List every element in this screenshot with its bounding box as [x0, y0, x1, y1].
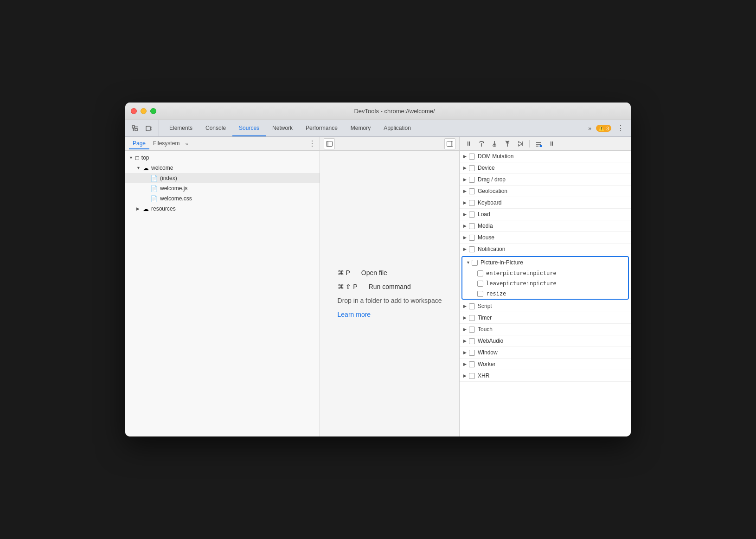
- shortcut-label-run: Run command: [369, 283, 411, 290]
- bp-category-header[interactable]: ▼ Picture-in-Picture: [462, 257, 628, 268]
- bp-checkbox[interactable]: [469, 223, 475, 229]
- bp-category-header[interactable]: ▶ Media: [460, 220, 631, 231]
- tab-console[interactable]: Console: [199, 120, 232, 136]
- bp-sub-resize[interactable]: resize: [462, 289, 628, 299]
- tab-network[interactable]: Network: [266, 120, 299, 136]
- close-button[interactable]: [131, 108, 137, 114]
- more-panel-tabs[interactable]: »: [185, 141, 188, 147]
- device-toolbar-icon[interactable]: [143, 122, 155, 135]
- bp-category-label: Geolocation: [478, 188, 507, 194]
- bp-checkbox[interactable]: [469, 350, 475, 356]
- svg-rect-4: [146, 126, 150, 131]
- bp-category-header[interactable]: ▶ Touch: [460, 324, 631, 335]
- bp-sub-enterpip[interactable]: enterpictureinpicture: [462, 268, 628, 278]
- collapse-arrow-icon: ▶: [463, 247, 469, 251]
- tab-sources[interactable]: Sources: [232, 120, 266, 136]
- bp-category-header[interactable]: ▶ Timer: [460, 312, 631, 323]
- tab-memory[interactable]: Memory: [344, 120, 377, 136]
- collapse-arrow-icon: ▶: [463, 177, 469, 182]
- step-out-button[interactable]: [502, 139, 513, 149]
- bp-checkbox[interactable]: [469, 212, 475, 218]
- bp-checkbox[interactable]: [469, 154, 475, 160]
- panel-options-button[interactable]: ⋮: [308, 139, 316, 148]
- tree-item-resources[interactable]: ▶ ☁ resources: [125, 204, 320, 214]
- breakpoints-list: ▶ DOM Mutation ▶ Device ▶: [460, 151, 631, 436]
- bp-category-header[interactable]: ▶ Script: [460, 301, 631, 312]
- bp-category-touch: ▶ Touch: [460, 324, 631, 335]
- bp-checkbox[interactable]: [469, 338, 475, 344]
- bp-checkbox[interactable]: [469, 303, 475, 309]
- pause-on-exception-button[interactable]: ⏸: [546, 139, 557, 149]
- bp-category-header[interactable]: ▶ Mouse: [460, 232, 631, 243]
- sidebar-toggle-left[interactable]: [324, 138, 335, 149]
- bp-checkbox[interactable]: [469, 188, 475, 194]
- collapse-arrow-icon: ▼: [466, 260, 472, 265]
- maximize-button[interactable]: [150, 108, 156, 114]
- bp-checkbox[interactable]: [469, 177, 475, 183]
- bp-category-label: Load: [478, 211, 490, 218]
- svg-rect-0: [132, 126, 135, 128]
- tab-application[interactable]: Application: [377, 120, 417, 136]
- tree-item-welcome-js[interactable]: ▶ 📄 welcome.js: [125, 183, 320, 193]
- warning-badge[interactable]: ⚠️ 3: [596, 125, 611, 132]
- tab-filesystem[interactable]: Filesystem: [149, 138, 183, 149]
- bp-category-header[interactable]: ▶ Worker: [460, 359, 631, 370]
- tab-performance[interactable]: Performance: [299, 120, 344, 136]
- kebab-menu-button[interactable]: ⋮: [614, 123, 627, 134]
- step-over-button[interactable]: [476, 139, 487, 149]
- bp-checkbox[interactable]: [469, 235, 475, 241]
- bp-checkbox[interactable]: [469, 315, 475, 321]
- bp-checkbox[interactable]: [469, 327, 475, 333]
- bp-category-header[interactable]: ▶ Drag / drop: [460, 174, 631, 185]
- toolbar-icons: [129, 120, 159, 136]
- bp-category-label: DOM Mutation: [478, 153, 513, 160]
- bp-category-keyboard: ▶ Keyboard: [460, 197, 631, 209]
- bp-sub-leavepip[interactable]: leavepictureinpicture: [462, 278, 628, 289]
- arrow-icon: ▼: [129, 155, 135, 160]
- tree-item-top[interactable]: ▼ □ top: [125, 153, 320, 163]
- bp-sub-checkbox[interactable]: [477, 291, 483, 297]
- bp-category-header[interactable]: ▶ DOM Mutation: [460, 151, 631, 162]
- sidebar-toggle-right[interactable]: [444, 138, 455, 149]
- bp-checkbox[interactable]: [469, 373, 475, 379]
- folder-icon: □: [135, 154, 139, 161]
- bp-category-header[interactable]: ▶ XHR: [460, 370, 631, 381]
- learn-more-link[interactable]: Learn more: [338, 311, 371, 318]
- tree-item-label: (index): [160, 175, 177, 181]
- bp-checkbox[interactable]: [469, 246, 475, 252]
- bp-category-header[interactable]: ▶ Load: [460, 209, 631, 220]
- bp-category-geolocation: ▶ Geolocation: [460, 186, 631, 197]
- pause-button[interactable]: ⏸: [463, 139, 474, 149]
- step-into-button[interactable]: [489, 139, 500, 149]
- bp-category-header[interactable]: ▶ Window: [460, 347, 631, 358]
- bp-sub-checkbox[interactable]: [477, 270, 483, 276]
- bp-category-header[interactable]: ▶ Device: [460, 162, 631, 173]
- bp-category-header[interactable]: ▶ Geolocation: [460, 186, 631, 197]
- tree-item-index[interactable]: ▶ 📄 (index): [125, 173, 320, 183]
- bp-checkbox[interactable]: [469, 361, 475, 367]
- right-panel: ⏸: [459, 137, 631, 436]
- minimize-button[interactable]: [141, 108, 147, 114]
- tab-page[interactable]: Page: [129, 138, 149, 149]
- bp-checkbox[interactable]: [469, 165, 475, 171]
- bp-category-header[interactable]: ▶ Notification: [460, 244, 631, 255]
- bp-sub-checkbox[interactable]: [477, 281, 483, 287]
- bp-category-header[interactable]: ▶ Keyboard: [460, 197, 631, 208]
- more-tabs-button[interactable]: »: [586, 124, 593, 133]
- breakpoints-icon[interactable]: [533, 139, 544, 149]
- bp-category-header[interactable]: ▶ WebAudio: [460, 335, 631, 346]
- tree-item-welcome[interactable]: ▼ ☁ welcome: [125, 163, 320, 173]
- step-button[interactable]: [515, 139, 525, 149]
- tab-elements[interactable]: Elements: [163, 120, 199, 136]
- tree-item-welcome-css[interactable]: ▶ 📄 welcome.css: [125, 193, 320, 204]
- bp-category-label: Window: [478, 349, 498, 356]
- inspect-icon[interactable]: [129, 122, 141, 135]
- bp-checkbox[interactable]: [472, 260, 478, 266]
- panel-tabs: Page Filesystem » ⋮: [125, 137, 320, 151]
- shortcut-row-run: ⌘ ⇧ P Run command: [338, 283, 411, 290]
- warning-icon: ⚠️: [598, 125, 605, 131]
- bp-category-dom-mutation: ▶ DOM Mutation: [460, 151, 631, 162]
- bp-category-label: Notification: [478, 246, 505, 252]
- bp-checkbox[interactable]: [469, 200, 475, 206]
- js-file-icon: 📄: [150, 185, 158, 192]
